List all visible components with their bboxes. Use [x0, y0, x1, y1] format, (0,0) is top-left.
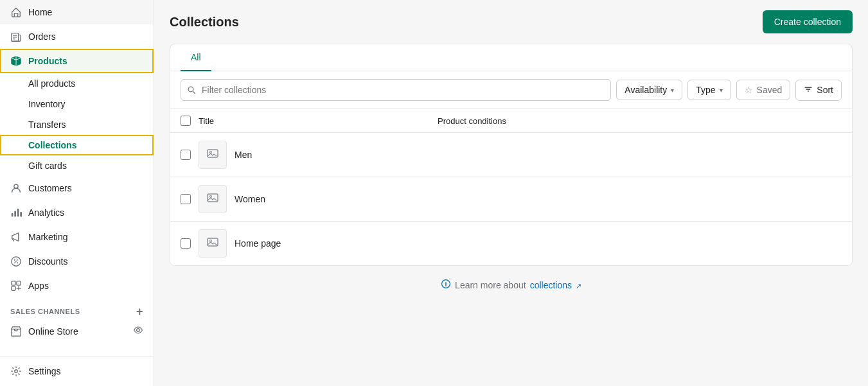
apps-icon	[10, 280, 22, 292]
sidebar: Home Orders Products All products Invent…	[0, 0, 154, 386]
collection-thumbnail-women	[199, 185, 227, 213]
sidebar-item-products-label: Products	[28, 56, 67, 66]
sidebar-item-discounts-label: Discounts	[28, 256, 67, 267]
availability-filter-button[interactable]: Availability ▾	[616, 80, 682, 100]
marketing-icon	[10, 231, 22, 243]
sidebar-item-apps[interactable]: Apps	[0, 274, 154, 298]
page-title: Collections	[170, 15, 239, 30]
type-filter-button[interactable]: Type ▾	[687, 80, 731, 100]
collection-name-women: Women	[235, 194, 842, 204]
discounts-icon	[10, 256, 22, 267]
sidebar-bottom: Settings	[0, 356, 154, 386]
sidebar-item-gift-cards-label: Gift cards	[28, 161, 67, 171]
sidebar-item-home[interactable]: Home	[0, 0, 154, 24]
sort-icon	[804, 85, 813, 96]
footer-info: Learn more about collections ↗	[170, 266, 853, 304]
svg-rect-3	[14, 211, 16, 216]
svg-rect-7	[12, 281, 15, 285]
table-row[interactable]: Home page	[170, 222, 852, 265]
sidebar-item-marketing[interactable]: Marketing	[0, 225, 154, 249]
sort-button[interactable]: Sort	[795, 80, 842, 101]
create-collection-button[interactable]: Create collection	[763, 10, 853, 33]
online-store-label: Online Store	[28, 326, 127, 337]
row-checkbox-home-page[interactable]	[181, 238, 191, 249]
svg-rect-9	[12, 286, 15, 290]
sidebar-item-gift-cards[interactable]: Gift cards	[0, 155, 154, 176]
online-store-icon	[10, 326, 22, 337]
saved-button[interactable]: ☆ Saved	[736, 80, 791, 100]
collections-link[interactable]: collections ↗	[530, 280, 581, 290]
table-header: Title Product conditions	[170, 109, 852, 133]
svg-point-11	[15, 370, 18, 373]
svg-point-14	[210, 151, 212, 153]
availability-chevron-icon: ▾	[671, 87, 674, 94]
row-checkbox-women[interactable]	[181, 194, 191, 204]
collection-thumbnail-home-page	[199, 229, 227, 258]
sidebar-item-settings[interactable]: Settings	[0, 359, 154, 383]
table-row[interactable]: Men	[170, 133, 852, 177]
sidebar-item-analytics[interactable]: Analytics	[0, 200, 154, 225]
svg-rect-8	[17, 281, 21, 285]
tab-all[interactable]: All	[181, 44, 211, 71]
select-all-checkbox[interactable]	[181, 116, 191, 126]
sidebar-item-analytics-label: Analytics	[28, 207, 64, 218]
sidebar-item-orders-label: Orders	[28, 31, 56, 42]
sidebar-item-all-products-label: All products	[28, 78, 75, 89]
search-icon	[187, 85, 196, 94]
image-placeholder-icon	[206, 236, 219, 252]
tab-bar: All	[170, 44, 852, 71]
svg-point-12	[188, 87, 193, 92]
table-row[interactable]: Women	[170, 177, 852, 222]
collections-card: All Availability ▾	[170, 44, 853, 266]
sidebar-item-customers[interactable]: Customers	[0, 176, 154, 200]
external-link-icon: ↗	[576, 282, 581, 290]
search-wrapper	[181, 79, 611, 101]
filters-bar: Availability ▾ Type ▾ ☆ Saved	[170, 71, 852, 109]
svg-point-18	[210, 240, 212, 241]
add-sales-channel-icon[interactable]: +	[136, 306, 143, 317]
collection-name-men: Men	[235, 150, 842, 160]
sidebar-item-online-store[interactable]: Online Store	[0, 320, 154, 342]
collection-thumbnail-men	[199, 141, 227, 169]
sidebar-item-customers-label: Customers	[28, 183, 72, 193]
home-icon	[10, 6, 22, 18]
collection-name-home-page: Home page	[235, 238, 842, 249]
svg-rect-2	[12, 213, 13, 216]
type-chevron-icon: ▾	[720, 87, 723, 94]
col-conditions-header: Product conditions	[438, 116, 842, 126]
image-placeholder-icon	[206, 147, 219, 163]
settings-icon	[10, 365, 22, 377]
svg-rect-5	[20, 212, 22, 216]
sidebar-item-inventory-label: Inventory	[28, 99, 66, 109]
svg-point-10	[137, 329, 140, 332]
sidebar-item-products[interactable]: Products	[0, 49, 154, 73]
sidebar-item-collections[interactable]: Collections	[0, 135, 154, 155]
info-icon	[441, 279, 451, 292]
orders-icon	[10, 31, 22, 42]
star-icon: ☆	[745, 85, 753, 95]
col-title-header: Title	[199, 116, 430, 126]
image-placeholder-icon	[206, 191, 219, 207]
sidebar-item-inventory[interactable]: Inventory	[0, 94, 154, 114]
sidebar-item-apps-label: Apps	[28, 281, 49, 291]
footer-text: Learn more about	[455, 280, 526, 290]
sidebar-item-discounts[interactable]: Discounts	[0, 249, 154, 274]
sidebar-item-home-label: Home	[28, 7, 52, 17]
settings-label: Settings	[28, 366, 61, 376]
sidebar-item-transfers-label: Transfers	[28, 119, 66, 130]
page-header: Collections Create collection	[154, 0, 868, 44]
sidebar-item-marketing-label: Marketing	[28, 232, 67, 242]
svg-point-16	[210, 195, 212, 197]
analytics-icon	[10, 207, 22, 218]
svg-rect-4	[17, 209, 19, 217]
sales-channels-label: SALES CHANNELS +	[0, 298, 154, 320]
customers-icon	[10, 182, 22, 194]
content-area: All Availability ▾	[154, 44, 868, 386]
row-checkbox-men[interactable]	[181, 150, 191, 160]
main-content: Collections Create collection All	[154, 0, 868, 386]
sidebar-item-transfers[interactable]: Transfers	[0, 114, 154, 135]
sidebar-item-all-products[interactable]: All products	[0, 73, 154, 94]
sidebar-item-orders[interactable]: Orders	[0, 24, 154, 49]
search-input[interactable]	[181, 79, 611, 101]
online-store-visibility-icon[interactable]	[133, 325, 143, 337]
